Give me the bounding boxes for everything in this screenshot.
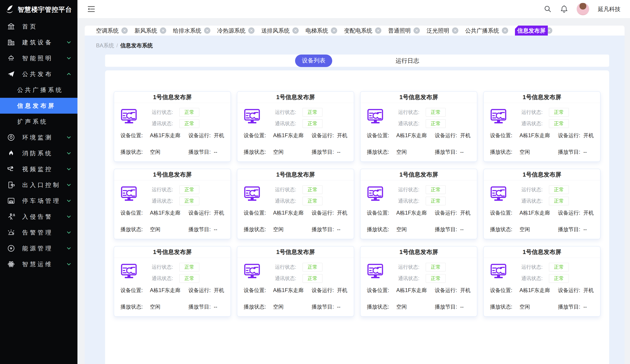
paper-plane-icon: [7, 70, 17, 78]
close-icon[interactable]: ✕: [160, 27, 166, 34]
play-status-value: 空闲: [273, 148, 312, 155]
close-icon[interactable]: ✕: [248, 27, 254, 34]
system-tab-公共广播系统[interactable]: 公共广播系统✕: [465, 26, 508, 35]
sidebar-item-消防系统[interactable]: 消防系统: [0, 145, 78, 161]
system-tab-label: 公共广播系统: [465, 26, 499, 35]
sidebar: 智慧楼宇管控平台 首页建筑设备智能照明公共发布公共广播系统信息发布屏扩声系统环境…: [0, 0, 78, 364]
play-status-label: 播放状态:: [490, 226, 520, 233]
sidebar-item-label: 出入口控制: [22, 181, 61, 189]
sidebar-item-公共发布[interactable]: 公共发布: [0, 66, 78, 82]
close-icon[interactable]: ✕: [502, 27, 508, 34]
location-value: A栋1F东走廊: [273, 209, 312, 216]
sidebar-item-建筑设备[interactable]: 建筑设备: [0, 34, 78, 50]
location-value: A栋1F东走廊: [520, 209, 558, 216]
close-icon[interactable]: ✕: [122, 27, 128, 34]
device-card[interactable]: 1号信息发布屏运行状态:正常通讯状态:正常设备位置:A栋1F东走廊设备运行:开机…: [360, 91, 477, 162]
sidebar-item-智慧运维[interactable]: 智慧运维: [0, 256, 78, 272]
power-value: 开机: [337, 209, 354, 216]
close-icon[interactable]: ✕: [452, 27, 458, 34]
sidebar-item-label: 能源管理: [22, 245, 53, 252]
system-tab-普通照明[interactable]: 普通照明✕: [388, 26, 420, 35]
play-status-value: 空闲: [396, 303, 435, 310]
device-card[interactable]: 1号信息发布屏运行状态:正常通讯状态:正常设备位置:A栋1F东走廊设备运行:开机…: [237, 91, 354, 162]
breadcrumb-parent[interactable]: BA系统: [96, 42, 114, 48]
bell-icon[interactable]: [560, 5, 568, 13]
program-label: 播放节目:: [188, 226, 214, 233]
sidebar-item-出入口控制[interactable]: 出入口控制: [0, 177, 78, 193]
play-status-value: 空闲: [396, 226, 435, 233]
sidebar-item-停车场管理[interactable]: 停车场管理: [0, 193, 78, 209]
close-icon[interactable]: ✕: [375, 27, 381, 34]
run-status-badge: 正常: [302, 108, 322, 117]
sidebar-item-视频监控[interactable]: 视频监控: [0, 161, 78, 177]
chevron-down-icon: [66, 166, 72, 172]
device-card[interactable]: 1号信息发布屏运行状态:正常通讯状态:正常设备位置:A栋1F东走廊设备运行:开机…: [237, 246, 354, 317]
user-name[interactable]: 延凡科技: [598, 5, 620, 13]
comm-status-label: 通讯状态:: [271, 275, 296, 282]
system-tab-信息发布屏[interactable]: 信息发布屏✕: [515, 25, 552, 36]
device-card[interactable]: 1号信息发布屏运行状态:正常通讯状态:正常设备位置:A栋1F东走廊设备运行:开机…: [360, 169, 477, 239]
system-tab-给排水系统[interactable]: 给排水系统✕: [173, 26, 210, 35]
close-icon[interactable]: ✕: [414, 27, 420, 34]
play-status-label: 播放状态:: [120, 148, 150, 155]
location-label: 设备位置:: [244, 132, 273, 139]
sidebar-item-首页[interactable]: 首页: [0, 18, 78, 34]
power-value: 开机: [337, 132, 354, 139]
power-value: 开机: [583, 287, 600, 294]
comm-status-badge: 正常: [426, 119, 446, 128]
tab-device-list[interactable]: 设备列表: [295, 54, 332, 67]
close-icon[interactable]: ✕: [331, 27, 337, 34]
device-card[interactable]: 1号信息发布屏运行状态:正常通讯状态:正常设备位置:A栋1F东走廊设备运行:开机…: [114, 91, 231, 162]
door-access-icon: [7, 181, 17, 189]
sidebar-item-label: 公共发布: [22, 70, 53, 78]
chevron-down-icon: [66, 151, 72, 156]
close-icon[interactable]: ✕: [292, 27, 299, 34]
sidebar-item-环境监测[interactable]: 环境监测: [0, 129, 78, 145]
system-tab-冷热源系统[interactable]: 冷热源系统✕: [217, 26, 254, 35]
device-card[interactable]: 1号信息发布屏运行状态:正常通讯状态:正常设备位置:A栋1F东走廊设备运行:开机…: [237, 169, 354, 239]
close-icon[interactable]: ✕: [204, 27, 210, 34]
sidebar-subitem-信息发布屏[interactable]: 信息发布屏: [0, 98, 78, 114]
power-label: 设备运行:: [312, 209, 337, 216]
system-tab-新风系统[interactable]: 新风系统✕: [134, 26, 166, 35]
search-icon[interactable]: [544, 5, 552, 13]
play-status-label: 播放状态:: [244, 226, 273, 233]
user-avatar[interactable]: [576, 3, 589, 15]
location-value: A栋1F东走廊: [273, 132, 312, 139]
sidebar-subitem-公共广播系统[interactable]: 公共广播系统: [0, 82, 78, 98]
program-value: --: [337, 149, 354, 155]
lamp-icon: [7, 54, 17, 62]
sidebar-item-label: 建筑设备: [22, 38, 53, 46]
device-card[interactable]: 1号信息发布屏运行状态:正常通讯状态:正常设备位置:A栋1F东走廊设备运行:开机…: [360, 246, 477, 317]
sidebar-item-智能照明[interactable]: 智能照明: [0, 50, 78, 66]
play-status-label: 播放状态:: [490, 303, 520, 310]
chevron-down-icon: [66, 262, 72, 267]
sidebar-item-能源管理[interactable]: 能源管理: [0, 240, 78, 256]
system-tab-空调系统[interactable]: 空调系统✕: [96, 26, 128, 35]
system-tab-电梯系统[interactable]: 电梯系统✕: [306, 26, 337, 35]
device-card[interactable]: 1号信息发布屏运行状态:正常通讯状态:正常设备位置:A栋1F东走廊设备运行:开机…: [114, 169, 231, 239]
system-tab-泛光照明[interactable]: 泛光照明✕: [427, 26, 458, 35]
system-tab-变配电系统[interactable]: 变配电系统✕: [344, 26, 381, 35]
energy-icon: [7, 245, 17, 252]
program-value: --: [583, 149, 600, 155]
alarm-icon: [7, 229, 17, 236]
logo-sail-icon: [4, 4, 14, 15]
device-card-title: 1号信息发布屏: [484, 247, 600, 258]
system-tab-送排风系统[interactable]: 送排风系统✕: [261, 26, 299, 35]
sidebar-item-告警管理[interactable]: 告警管理: [0, 225, 78, 240]
sidebar-item-入侵告警[interactable]: 入侵告警: [0, 209, 78, 225]
power-label: 设备运行:: [312, 287, 337, 294]
device-card[interactable]: 1号信息发布屏运行状态:正常通讯状态:正常设备位置:A栋1F东走廊设备运行:开机…: [114, 246, 231, 317]
device-card[interactable]: 1号信息发布屏运行状态:正常通讯状态:正常设备位置:A栋1F东走廊设备运行:开机…: [483, 246, 600, 317]
device-card[interactable]: 1号信息发布屏运行状态:正常通讯状态:正常设备位置:A栋1F东走廊设备运行:开机…: [483, 91, 600, 162]
system-tab-label: 电梯系统: [306, 26, 328, 35]
play-status-value: 空闲: [520, 303, 558, 310]
sidebar-subitem-扩声系统[interactable]: 扩声系统: [0, 114, 78, 129]
device-card[interactable]: 1号信息发布屏运行状态:正常通讯状态:正常设备位置:A栋1F东走廊设备运行:开机…: [483, 169, 600, 239]
tab-run-log[interactable]: 运行日志: [396, 57, 419, 65]
location-label: 设备位置:: [120, 132, 150, 139]
menu-fold-icon[interactable]: [88, 6, 95, 12]
sidebar-item-label: 告警管理: [22, 229, 53, 237]
location-label: 设备位置:: [367, 209, 396, 216]
